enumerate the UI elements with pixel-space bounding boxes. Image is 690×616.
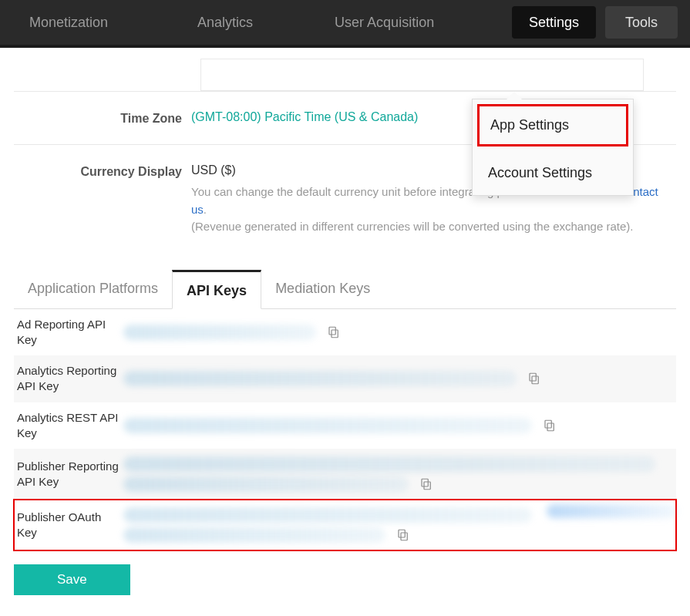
currency-note-suffix: . (204, 203, 207, 216)
svg-rect-9 (399, 530, 405, 537)
svg-rect-4 (547, 423, 554, 431)
prev-field-input[interactable] (200, 59, 644, 91)
table-row-highlighted: Publisher OAuth Key (14, 500, 676, 550)
svg-rect-0 (332, 330, 338, 338)
key-value-redacted (123, 325, 316, 340)
key-value-redacted (123, 371, 517, 386)
top-nav: Monetization Analytics User Acquisition … (0, 0, 690, 48)
label-currency: Currency Display (14, 163, 191, 179)
key-label: Analytics Reporting API Key (14, 363, 123, 395)
svg-rect-8 (401, 533, 407, 540)
nav-user-acquisition[interactable]: User Acquisition (313, 0, 456, 46)
nav-tools[interactable]: Tools (605, 6, 678, 39)
api-keys-list: Ad Reporting API Key Analytics Reporting… (14, 309, 676, 551)
nav-analytics[interactable]: Analytics (176, 0, 274, 46)
key-value-redacted (123, 476, 409, 492)
copy-icon[interactable] (327, 325, 341, 339)
overflow-redacted (547, 504, 678, 518)
key-value-redacted (123, 456, 655, 472)
copy-icon[interactable] (419, 477, 433, 491)
tab-application-platforms[interactable]: Application Platforms (14, 270, 172, 308)
copy-icon[interactable] (543, 419, 557, 433)
svg-rect-3 (530, 374, 536, 382)
dropdown-account-settings[interactable]: Account Settings (473, 151, 633, 195)
key-value-redacted (123, 527, 385, 543)
currency-note-2: (Revenue generated in different currenci… (191, 220, 633, 233)
key-value-redacted (123, 418, 532, 433)
tab-mediation-keys[interactable]: Mediation Keys (261, 270, 384, 308)
svg-rect-6 (424, 482, 430, 490)
table-row: Publisher Reporting API Key (14, 449, 676, 500)
key-label: Ad Reporting API Key (14, 317, 123, 348)
svg-rect-2 (532, 376, 538, 384)
table-row: Ad Reporting API Key (14, 309, 676, 356)
nav-settings[interactable]: Settings (512, 6, 596, 39)
label-timezone: Time Zone (14, 110, 191, 126)
key-label: Publisher Reporting API Key (14, 459, 123, 490)
tab-api-keys[interactable]: API Keys (172, 270, 261, 309)
nav-monetization[interactable]: Monetization (8, 0, 130, 46)
table-row: Analytics REST API Key (14, 402, 676, 449)
table-row: Analytics Reporting API Key (14, 355, 676, 402)
dropdown-app-settings[interactable]: App Settings (477, 104, 628, 146)
timezone-value[interactable]: (GMT-08:00) Pacific Time (US & Canada) (191, 110, 418, 123)
copy-icon[interactable] (396, 528, 410, 542)
save-button[interactable]: Save (14, 564, 130, 595)
tabs: Application Platforms API Keys Mediation… (14, 270, 676, 309)
key-label: Analytics REST API Key (14, 410, 123, 442)
svg-rect-5 (545, 420, 551, 428)
svg-rect-7 (422, 479, 428, 486)
key-label: Publisher OAuth Key (14, 510, 123, 541)
settings-dropdown: App Settings Account Settings (472, 99, 634, 196)
copy-icon[interactable] (527, 372, 541, 385)
svg-rect-1 (329, 327, 335, 335)
key-value-redacted (123, 507, 532, 523)
